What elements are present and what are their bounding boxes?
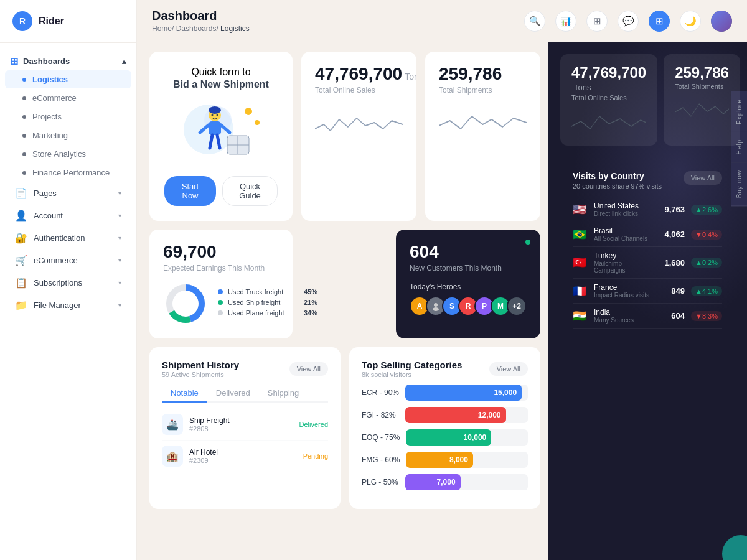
- country-info: India Many Sources: [594, 308, 654, 324]
- bar-row: ECR - 90% 15,000: [362, 385, 528, 401]
- sidebar-nav: ⊞ Dashboards Logistics eCommerce Project…: [0, 43, 136, 560]
- bar-row: PLG - 50% 7,000: [362, 474, 528, 490]
- sidebar-item-ecommerce[interactable]: eCommerce: [5, 89, 131, 107]
- sidebar-item-logistics[interactable]: Logistics: [5, 70, 131, 88]
- right-panel: 47,769,700 Tons Total Online Sales 259,: [548, 42, 747, 560]
- rp-mini-chart: [675, 96, 729, 124]
- sidebar-item-file-manager[interactable]: 📁 File Manager: [5, 294, 131, 316]
- bar-value: 10,000: [464, 433, 487, 442]
- cards-row-2: 69,700 Expected Earnings This Month: [149, 230, 540, 338]
- breadcrumb-current: Logistics: [220, 24, 250, 33]
- sidebar-item-account[interactable]: 👤 Account: [5, 205, 131, 226]
- visits-view-all-button[interactable]: View All: [684, 171, 722, 185]
- total-shipments-card: 259,786 Total Shipments: [425, 52, 540, 221]
- tab-delivered[interactable]: Delivered: [207, 385, 259, 403]
- chevron-up-icon: [122, 57, 126, 66]
- view-all-button[interactable]: View All: [489, 362, 528, 376]
- bar-row: FGI - 82% 12,000: [362, 407, 528, 423]
- visits-header: Visits by Country 20 countries share 97%…: [573, 171, 722, 190]
- sidebar-item-label: eCommerce: [34, 256, 112, 265]
- sidebar-item-label: Logistics: [32, 75, 68, 84]
- breadcrumb-home[interactable]: Home/: [152, 24, 174, 33]
- svg-point-18: [434, 303, 438, 307]
- bar-track: 12,000: [405, 407, 528, 423]
- theme-toggle[interactable]: 🌙: [680, 11, 701, 32]
- bar-row: FMG - 60% 8,000: [362, 452, 528, 468]
- stat-value: 47,769,700Tons: [315, 64, 403, 84]
- apps-button[interactable]: ⊞: [649, 11, 670, 32]
- start-now-button[interactable]: Start Now: [164, 176, 216, 206]
- view-all-button[interactable]: View All: [289, 362, 328, 376]
- grid-button[interactable]: ⊞: [586, 11, 608, 32]
- sidebar-item-marketing[interactable]: Marketing: [5, 126, 131, 144]
- sidebar-item-label: Marketing: [32, 131, 68, 140]
- bar-fill: 10,000: [406, 429, 491, 446]
- chart-button[interactable]: 📊: [555, 11, 576, 32]
- legend-dot-truck: [218, 289, 223, 294]
- status-badge: Delivered: [299, 421, 328, 428]
- chat-button[interactable]: 💬: [618, 11, 639, 32]
- legend-text: Used Plane freight: [228, 309, 299, 317]
- bar-track: 7,000: [405, 474, 528, 490]
- search-button[interactable]: 🔍: [524, 11, 545, 32]
- country-info: France Impact Radius visits: [594, 283, 654, 299]
- country-visits: 9,763: [660, 205, 685, 214]
- visits-title: Visits by Country: [573, 171, 662, 181]
- country-name: United States: [594, 202, 654, 210]
- sidebar-item-label: Store Analytics: [32, 149, 86, 159]
- ship-icon: 🏨: [162, 446, 183, 467]
- customers-card: 604 New Customers This Month Today's Her…: [396, 230, 540, 338]
- country-info: United States Direct link clicks: [594, 202, 654, 217]
- bid-buttons: Start Now Quick Guide: [164, 176, 278, 206]
- bar-track: 15,000: [405, 385, 528, 401]
- earnings-card: 69,700 Expected Earnings This Month: [149, 230, 293, 338]
- flag-icon: 🇮🇳: [573, 309, 588, 323]
- sidebar-item-store-analytics[interactable]: Store Analytics: [5, 145, 131, 163]
- rp-stat-value: 259,786: [675, 64, 729, 82]
- quick-guide-button[interactable]: Quick Guide: [222, 176, 278, 206]
- subscriptions-icon: 📋: [15, 277, 27, 289]
- card-title-area: Top Selling Categories 8k social visitor…: [362, 360, 462, 378]
- chevron-down-icon: [118, 279, 121, 286]
- tab-shipping[interactable]: Shipping: [259, 385, 308, 403]
- sidebar-item-finance-performance[interactable]: Finance Performance: [5, 164, 131, 182]
- sidebar-item-authentication[interactable]: 🔐 Authentication: [5, 227, 131, 249]
- table-row: 🚢 Ship Freight #2808 Delivered: [162, 409, 328, 441]
- bar-chart: ECR - 90% 15,000 FGI - 82% 1: [362, 385, 528, 490]
- donut-chart: [163, 281, 208, 326]
- right-panel-content: 47,769,700 Tons Total Online Sales 259,: [548, 42, 747, 560]
- legend-text: Used Truck freight: [228, 288, 299, 296]
- sidebar-item-pages[interactable]: 📄 Pages: [5, 182, 131, 204]
- ship-info: Ship Freight #2808: [189, 416, 293, 432]
- sidebar-item-projects[interactable]: Projects: [5, 108, 131, 126]
- bar-label: FGI - 82%: [362, 411, 399, 419]
- divider: [560, 166, 735, 166]
- avatar-overflow: +2: [507, 296, 527, 316]
- svg-point-16: [173, 291, 198, 316]
- country-source: Impact Radius visits: [594, 292, 654, 299]
- bar-fill: 15,000: [405, 385, 522, 401]
- chevron-down-icon: [118, 302, 121, 309]
- sidebar-item-subscriptions[interactable]: 📋 Subscriptions: [5, 272, 131, 294]
- bar-label: ECR - 90%: [362, 388, 399, 397]
- cards-row-1: Quick form to Bid a New Shipment: [149, 52, 540, 221]
- header-actions: 🔍 📊 ⊞ 💬 ⊞ 🌙: [524, 11, 732, 32]
- flag-icon: 🇫🇷: [573, 284, 588, 298]
- card-title: Top Selling Categories: [362, 360, 462, 370]
- chevron-down-icon: [118, 190, 121, 197]
- card-title: Shipment History: [162, 360, 239, 370]
- chevron-down-icon: [118, 257, 121, 264]
- breadcrumb-dashboards[interactable]: Dashboards/: [176, 24, 218, 33]
- card-subtitle: 8k social visitors: [362, 371, 462, 378]
- table-row: 🏨 Air Hotel #2309 Pending: [162, 441, 328, 472]
- heroes-label: Today's Heroes: [410, 282, 527, 291]
- stat-value: 69,700: [163, 242, 279, 262]
- tab-notable[interactable]: Notable: [162, 385, 207, 403]
- bid-line1: Quick form to: [191, 67, 250, 78]
- sidebar-item-ecommerce-main[interactable]: 🛒 eCommerce: [5, 250, 131, 271]
- sidebar-section-dashboards[interactable]: ⊞ Dashboards: [0, 50, 136, 70]
- dot-icon: [22, 152, 26, 156]
- country-row-fr: 🇫🇷 France Impact Radius visits 849 ▲4.1%: [573, 279, 722, 304]
- user-avatar[interactable]: [711, 11, 732, 32]
- change-badge: ▼0.4%: [691, 230, 722, 240]
